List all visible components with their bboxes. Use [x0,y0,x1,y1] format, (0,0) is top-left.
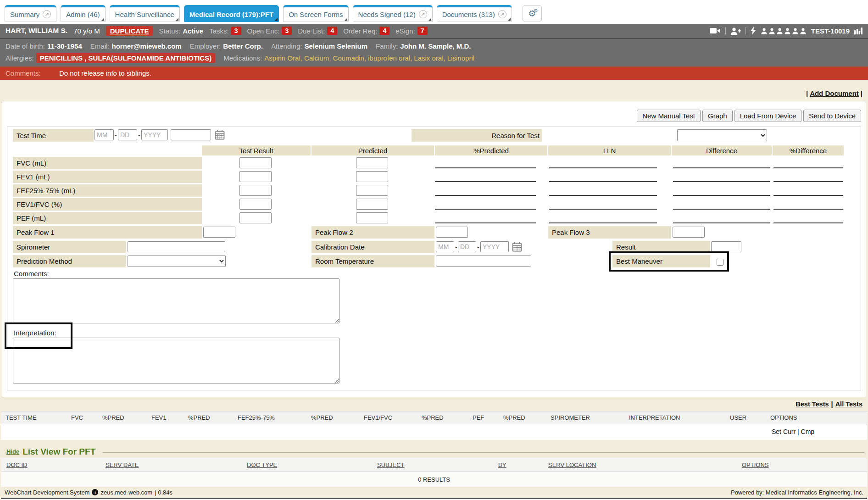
row-label-fvc: FVC (mL) [13,157,202,169]
fvc-predicted-input[interactable] [356,157,388,168]
footer: WebChart Development System i zeus.med-w… [1,487,867,498]
col-doc-id[interactable]: DOC ID [6,461,106,468]
video-camera-icon[interactable] [710,27,721,34]
allergies-label: Allergies: [6,54,34,62]
room-temperature-input[interactable] [436,256,531,267]
row-options-links[interactable]: Set Curr | Cmp [772,428,814,435]
best-maneuver-checkbox[interactable] [717,259,723,266]
medications-list[interactable]: Aspirin Oral, Calcium, Coumadin, ibuprof… [264,54,474,62]
calendar-icon[interactable] [215,130,225,142]
reason-for-test-label: Reason for Test [412,129,542,142]
col-doc-type[interactable]: DOC TYPE [247,461,377,468]
lightning-icon[interactable] [751,27,756,35]
reason-for-test-select[interactable] [677,129,767,141]
peak-flow-3-input[interactable] [673,227,705,238]
webchart-app: Summary ↗ Admin (46) Health Surveillance… [0,0,868,500]
tab-documents[interactable]: Documents (313) ↗ [437,5,512,22]
col-serv-location[interactable]: SERV LOCATION [548,461,742,468]
calibration-mm-input[interactable] [436,241,454,252]
prediction-method-select[interactable] [128,256,226,267]
tab-on-screen-forms[interactable]: On Screen Forms [283,5,348,22]
tab-needs-signed[interactable]: Needs Signed (12) ↗ [353,5,433,22]
cmp-link[interactable]: Cmp [801,428,815,435]
new-manual-test-button[interactable]: New Manual Test [637,110,701,122]
calibration-yyyy-input[interactable] [480,241,509,252]
fef-predicted-input[interactable] [356,185,388,196]
calendar-icon[interactable] [512,242,522,254]
fev1-fvc-test-result-input[interactable] [239,199,272,210]
load-from-device-button[interactable]: Load From Device [734,110,802,122]
send-to-device-button[interactable]: Send to Device [803,110,861,122]
col-pred-4: %PRED [422,414,473,421]
hide-link[interactable]: Hide [6,448,19,455]
tasks-label: Tasks: [209,27,229,35]
tab-label: On Screen Forms [289,11,343,18]
pef-pct-predicted-line [435,213,536,223]
peak-flow-1-input[interactable] [203,227,235,238]
footer-host-link[interactable]: zeus.med-web.com [100,489,152,496]
form-comments-textarea[interactable] [13,278,339,323]
pipe: | [806,89,808,97]
fev1-predicted-input[interactable] [356,171,388,182]
external-link-icon[interactable]: ↗ [498,10,506,18]
col-doc-options[interactable]: OPTIONS [742,461,769,468]
interpretation-label: Interpretation: [14,329,56,337]
best-tests-link[interactable]: Best Tests [796,400,829,408]
tasks-count-badge[interactable]: 3 [231,27,241,35]
due-list-label: Due List: [298,27,325,35]
medications-label: Medications: [223,54,262,62]
allergies-value[interactable]: PENICILLINS , SULFA(SULFONAMIDE ANTIBIOT… [36,53,215,63]
patient-group-icons[interactable] [761,28,807,34]
set-curr-link[interactable]: Set Curr [772,428,796,435]
fev1-fvc-predicted-input[interactable] [356,199,388,210]
test-time-yyyy-input[interactable] [141,129,168,140]
all-tests-link[interactable]: All Tests [835,400,862,408]
order-req-count-badge[interactable]: 4 [379,27,389,35]
due-list-count-badge[interactable]: 4 [327,27,337,35]
graph-button[interactable]: Graph [702,110,733,122]
tab-admin[interactable]: Admin (46) [61,5,105,22]
col-fev1-fvc: FEV1/FVC [364,414,422,421]
add-document-link[interactable]: Add Document [810,89,859,97]
col-spirometer: SPIROMETER [551,414,629,421]
col-serv-date[interactable]: SERV DATE [106,461,247,468]
fvc-lln-line [549,158,657,168]
tab-summary[interactable]: Summary ↗ [5,5,56,22]
pef-test-result-input[interactable] [239,212,272,223]
pef-predicted-input[interactable] [356,212,388,223]
open-enc-count-badge[interactable]: 3 [282,27,292,35]
fef-difference-line [673,186,770,196]
col-test-result: Test Result [202,145,311,156]
test-time-time-input[interactable] [171,129,211,140]
test-time-dd-input[interactable] [118,129,137,140]
fef-test-result-input[interactable] [239,185,272,196]
settings-button[interactable]: ⚙ ⚙ [523,5,542,22]
duplicate-flag[interactable]: DUPLICATE [106,26,153,36]
fvc-test-result-input[interactable] [239,157,272,168]
person-icon [776,28,783,34]
fev1-test-result-input[interactable] [239,171,272,182]
tab-medical-record[interactable]: Medical Record (179):PFT [184,5,279,22]
peak-flow-2-label: Peak Flow 2 [312,226,434,239]
col-pct-predicted: %Predicted [435,145,547,156]
divider [725,27,726,34]
test-time-mm-input[interactable] [95,129,114,140]
external-link-icon[interactable]: ↗ [43,10,51,18]
peak-flow-2-input[interactable] [436,227,468,238]
interpretation-textarea[interactable] [13,338,339,383]
spirometer-input[interactable] [128,241,225,252]
bar-chart-icon[interactable] [854,28,862,34]
user-plus-icon[interactable] [730,27,741,35]
info-icon[interactable]: i [92,489,98,495]
tab-label: Health Surveillance [115,11,174,18]
esign-count-badge[interactable]: 7 [417,27,428,35]
fef-lln-line [549,186,657,196]
result-input[interactable] [711,241,741,252]
external-link-icon[interactable]: ↗ [419,10,427,18]
col-subject[interactable]: SUBJECT [377,461,498,468]
doc-table-empty-row: 0 RESULTS [1,472,867,487]
col-by[interactable]: BY [498,461,548,468]
tab-health-surveillance[interactable]: Health Surveillance [110,5,180,22]
calibration-dd-input[interactable] [458,241,476,252]
system-id: TEST-10019 [811,27,850,35]
